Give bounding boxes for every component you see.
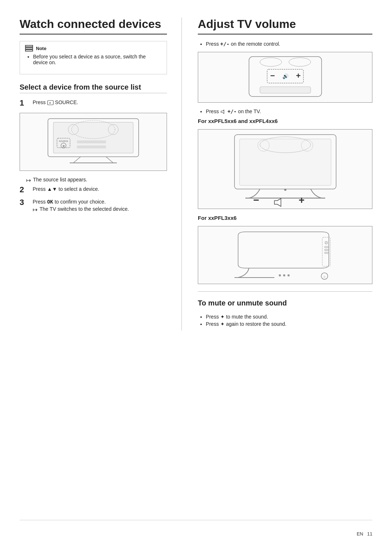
tv-side-diagram: ⌂ [198,226,372,284]
mute-bullet-2: Press ✦ again to restore the sound. [206,321,372,327]
svg-point-42 [283,274,285,276]
right-column: Adjust TV volume Press +/- on the remote… [182,17,372,331]
svg-line-14 [106,157,113,163]
svg-point-41 [279,274,281,276]
svg-text:−: − [253,194,259,206]
svg-text:+: + [296,71,301,80]
step-2-content: Press ▲▼ to select a device. [33,185,99,192]
tv-vol-bullet-list: Press +/- on the TV. [198,108,372,114]
remote-bullet-1: Press +/- on the remote control. [206,41,372,47]
page: Watch connected devices Note Before you … [0,0,392,554]
footer-text: EN 11 [357,531,372,537]
svg-rect-38 [324,246,328,248]
note-list: Before you select a device as a source, … [25,54,162,67]
page-footer: EN 11 [20,520,372,537]
note-label: Note [36,46,46,51]
for-label-2: For xxPFL3xx6 [198,215,372,221]
tv-source-diagram: SOURCE ⊕ [20,113,167,171]
svg-text:+: + [298,194,304,206]
mute-bullet-1: Press ✦ to mute the sound. [206,314,372,320]
tv-large-svg: − + [227,131,343,207]
svg-text:⊕: ⊕ [49,102,51,104]
note-item: Before you select a device as a source, … [33,54,162,65]
step-2-number: 2 [20,185,30,194]
tv-source-svg: SOURCE ⊕ [37,116,150,168]
svg-rect-3 [53,122,133,153]
svg-text:⊕: ⊕ [62,144,65,148]
step-1-content: Press ⊕ SOURCE. [33,98,78,105]
svg-point-34 [284,189,286,191]
remote-diagram: − 🔊 + [198,52,372,103]
left-column: Watch connected devices Note Before you … [20,17,182,331]
step-2: 2 Press ▲▼ to select a device. [20,185,167,194]
note-box: Note Before you select a device as a sou… [20,41,167,74]
tv-side-svg: ⌂ [227,228,343,282]
svg-point-43 [287,274,290,276]
note-header: Note [25,45,162,52]
svg-rect-11 [77,140,106,143]
remote-svg: − 🔊 + [227,55,343,100]
svg-text:🔊: 🔊 [282,73,289,79]
source-icon: ⊕ [47,100,54,105]
footer-lang: EN [357,531,363,537]
svg-text:⌂: ⌂ [323,275,325,278]
svg-rect-39 [324,249,328,251]
mute-list: Press ✦ to mute the sound. Press ✦ again… [198,314,372,327]
step-1-number: 1 [20,98,30,108]
for-label-1: For xxPFL5xx6 and xxPFL4xx6 [198,118,372,124]
svg-rect-40 [324,252,328,254]
step-3-result: The TV switches to the selected device. [33,206,129,213]
svg-rect-23 [260,87,311,93]
step-3-content: Press OK to confirm your choice. The TV … [33,198,129,214]
mute-title: To mute or unmute sound [198,299,372,309]
step-1: 1 Press ⊕ SOURCE. [20,98,167,108]
svg-marker-24 [221,110,224,114]
note-icon [25,45,33,52]
section-divider [198,291,372,292]
svg-text:−: − [270,71,275,80]
step-1-result-text: The source list appears. [33,177,87,182]
remote-bullet-list: Press +/- on the remote control. [198,41,372,47]
left-title: Watch connected devices [20,17,167,34]
svg-rect-12 [77,145,106,148]
step-1-result: The source list appears. [26,177,167,184]
tv-vol-bullet: Press +/- on the TV. [206,108,372,114]
section1-title: Select a device from the source list [20,83,167,93]
footer-page: 11 [367,531,372,537]
tv-large-diagram: − + [198,129,372,209]
step-3-number: 3 [20,198,30,207]
svg-marker-32 [274,198,281,206]
step-3-result-text: The TV switches to the selected device. [40,206,129,212]
right-title: Adjust TV volume [198,17,372,34]
svg-point-18 [289,58,311,66]
svg-line-13 [73,157,81,163]
svg-point-17 [260,58,282,66]
step-3: 3 Press OK to confirm your choice. The T… [20,198,167,214]
svg-text:SOURCE: SOURCE [59,140,68,142]
vol-icon [220,110,226,114]
svg-point-37 [325,241,328,244]
two-column-layout: Watch connected devices Note Before you … [20,17,372,331]
svg-rect-26 [240,139,331,185]
